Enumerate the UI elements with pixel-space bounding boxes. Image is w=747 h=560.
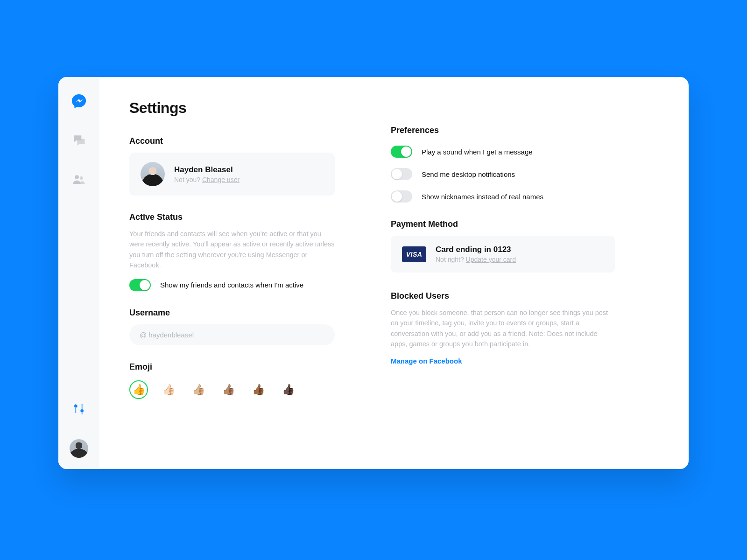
pref-label-2: Show nicknames instead of real names: [422, 193, 543, 201]
pref-row-2: Show nicknames instead of real names: [391, 190, 615, 203]
emoji-option-0[interactable]: 👍: [129, 380, 148, 399]
emoji-option-3[interactable]: 👍🏽: [219, 380, 238, 399]
blocked-desc: Once you block someone, that person can …: [391, 308, 615, 350]
svg-rect-6: [82, 404, 83, 409]
svg-rect-7: [82, 413, 83, 415]
payment-section: Payment Method VISA Card ending in 0123 …: [391, 219, 615, 273]
username-prefix: @: [140, 331, 147, 339]
svg-point-1: [80, 176, 83, 180]
account-name: Hayden Bleasel: [174, 165, 240, 175]
active-status-toggle-row: Show my friends and contacts when I'm ac…: [129, 279, 335, 291]
pref-row-0: Play a sound when I get a message: [391, 146, 615, 158]
col-right: Preferences Play a sound when I get a me…: [391, 99, 615, 447]
card-ending-text: Card ending in 0123: [436, 245, 516, 254]
payment-heading: Payment Method: [391, 219, 615, 229]
not-you-text: Not you?: [174, 176, 202, 183]
username-heading: Username: [129, 308, 335, 318]
settings-icon[interactable]: [70, 400, 88, 419]
pref-toggle-nick[interactable]: [391, 190, 412, 203]
update-card-link[interactable]: Update your card: [466, 256, 516, 263]
account-subtext: Not you? Change user: [174, 176, 240, 183]
username-input[interactable]: @ haydenbleasel: [129, 324, 335, 345]
username-section: Username @ haydenbleasel: [129, 308, 335, 345]
account-heading: Account: [129, 136, 335, 146]
pref-label-1: Send me desktop notifications: [422, 170, 515, 178]
sidebar-top: [70, 92, 88, 189]
active-status-toggle-label: Show my friends and contacts when I'm ac…: [160, 281, 303, 289]
active-status-toggle[interactable]: [129, 279, 151, 291]
pref-label-0: Play a sound when I get a message: [422, 148, 533, 156]
account-section: Account Hayden Bleasel Not you? Change u…: [129, 136, 335, 196]
svg-rect-4: [76, 404, 77, 405]
emoji-row: 👍 👍🏻 👍🏼 👍🏽 👍🏾 👍🏿: [129, 380, 335, 399]
svg-rect-3: [76, 408, 77, 413]
page-title: Settings: [129, 99, 335, 117]
not-right-text: Not right?: [436, 256, 466, 263]
pref-toggle-desktop[interactable]: [391, 168, 412, 180]
manage-facebook-link[interactable]: Manage on Facebook: [391, 357, 462, 365]
emoji-option-2[interactable]: 👍🏼: [189, 380, 208, 399]
sidebar-bottom: [70, 400, 88, 458]
account-avatar: [141, 162, 165, 186]
emoji-section: Emoji 👍 👍🏻 👍🏼 👍🏽 👍🏾 👍🏿: [129, 362, 335, 399]
svg-point-2: [74, 405, 78, 408]
emoji-option-1[interactable]: 👍🏻: [159, 380, 178, 399]
app-window: Settings Account Hayden Bleasel Not you?…: [58, 77, 689, 469]
pref-row-1: Send me desktop notifications: [391, 168, 615, 180]
preferences-heading: Preferences: [391, 126, 615, 135]
payment-subtext: Not right? Update your card: [436, 256, 516, 263]
active-status-section: Active Status Your friends and contacts …: [129, 212, 335, 291]
svg-point-0: [75, 175, 79, 179]
change-user-link[interactable]: Change user: [202, 176, 240, 183]
people-icon[interactable]: [70, 170, 88, 189]
emoji-option-5[interactable]: 👍🏿: [279, 380, 297, 399]
active-status-heading: Active Status: [129, 212, 335, 222]
username-value: haydenbleasel: [148, 331, 194, 339]
blocked-section: Blocked Users Once you block someone, th…: [391, 291, 615, 365]
svg-point-5: [80, 409, 84, 413]
messenger-icon[interactable]: [70, 92, 88, 111]
chats-icon[interactable]: [70, 131, 88, 150]
blocked-heading: Blocked Users: [391, 291, 615, 301]
pref-toggle-sound[interactable]: [391, 146, 412, 158]
avatar[interactable]: [70, 439, 88, 458]
active-status-desc: Your friends and contacts will see when …: [129, 229, 335, 271]
account-card: Hayden Bleasel Not you? Change user: [129, 153, 335, 196]
col-left: Settings Account Hayden Bleasel Not you?…: [129, 99, 335, 447]
content: Settings Account Hayden Bleasel Not you?…: [99, 77, 689, 469]
sidebar: [58, 77, 99, 469]
visa-icon: VISA: [402, 246, 426, 262]
preferences-section: Preferences Play a sound when I get a me…: [391, 126, 615, 203]
emoji-heading: Emoji: [129, 362, 335, 372]
payment-card: VISA Card ending in 0123 Not right? Upda…: [391, 236, 615, 273]
emoji-option-4[interactable]: 👍🏾: [249, 380, 268, 399]
